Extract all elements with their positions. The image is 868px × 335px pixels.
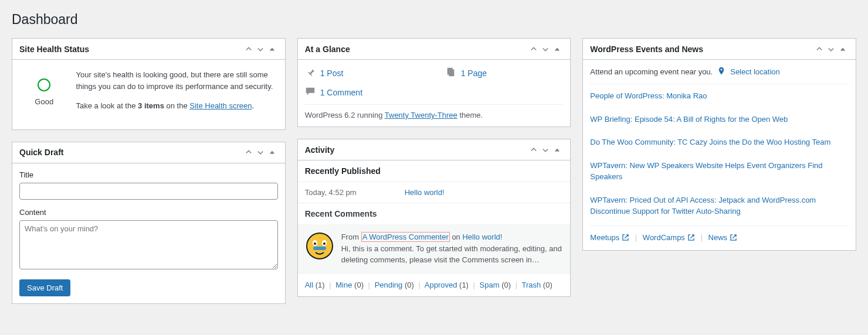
commenter-link[interactable]: A WordPress Commenter: [361, 232, 450, 242]
wapuu-avatar-icon: [305, 231, 334, 261]
widget-title: Site Health Status: [19, 45, 243, 54]
news-list: People of WordPress: Monika Rao WP Brief…: [590, 84, 849, 223]
move-down-icon[interactable]: [825, 43, 837, 55]
comment-item: From A WordPress Commenter on Hello worl…: [298, 224, 571, 273]
comments-link[interactable]: 1 Comment: [320, 88, 362, 97]
text: From: [341, 233, 361, 241]
news-link[interactable]: People of WordPress: Monika Rao: [590, 91, 707, 100]
wordcamps-link[interactable]: WordCamps: [643, 233, 695, 242]
select-location-link[interactable]: Select location: [730, 67, 780, 76]
filter-trash[interactable]: Trash: [521, 281, 541, 289]
text: on the: [164, 101, 189, 110]
move-up-icon[interactable]: [243, 146, 255, 158]
site-health-text: Your site's health is looking good, but …: [76, 69, 276, 120]
svg-rect-8: [313, 247, 326, 250]
widget-quick-draft: Quick Draft Title Content Save Draft: [12, 142, 286, 304]
widget-site-health: Site Health Status Good Your site's heal…: [12, 38, 286, 130]
attend-text: Attend an upcoming event near you.: [590, 67, 713, 76]
count: (0): [543, 281, 552, 289]
status-circle-icon: [38, 78, 50, 91]
external-link-icon: [687, 234, 695, 243]
move-down-icon[interactable]: [255, 146, 266, 158]
avatar: [305, 231, 334, 266]
attend-line: Attend an upcoming event near you. Selec…: [590, 67, 849, 77]
move-down-icon[interactable]: [255, 43, 266, 55]
save-draft-button[interactable]: Save Draft: [19, 279, 70, 296]
move-up-icon[interactable]: [528, 144, 540, 156]
move-down-icon[interactable]: [540, 43, 551, 55]
widget-news: WordPress Events and News Attend an upco…: [582, 38, 856, 251]
move-down-icon[interactable]: [540, 144, 551, 156]
title-input[interactable]: [19, 183, 278, 200]
svg-rect-1: [449, 70, 454, 77]
filter-all[interactable]: All: [305, 281, 313, 289]
text: theme.: [457, 111, 483, 119]
filter-approved[interactable]: Approved: [425, 281, 457, 289]
external-link-icon: [622, 234, 629, 243]
posts-link[interactable]: 1 Post: [320, 69, 344, 78]
count: (1): [316, 281, 325, 289]
glance-grid: 1 Post 1 Page 1 Comment: [305, 67, 564, 98]
separator: |: [418, 281, 420, 289]
widget-header: Activity: [298, 139, 571, 160]
pages-link[interactable]: 1 Page: [461, 69, 487, 78]
toggle-icon[interactable]: [266, 146, 278, 158]
move-up-icon[interactable]: [813, 43, 825, 55]
quick-draft-body: Title Content Save Draft: [12, 163, 285, 303]
news-link[interactable]: WPTavern: Priced Out of API Access: Jetp…: [590, 196, 816, 216]
column-3: WordPress Events and News Attend an upco…: [582, 38, 856, 304]
meetups-link[interactable]: Meetups: [590, 233, 629, 242]
separator: |: [701, 233, 703, 242]
dashboard-columns: Site Health Status Good Your site's heal…: [12, 38, 856, 304]
widget-title: At a Glance: [305, 45, 528, 54]
toggle-icon[interactable]: [837, 43, 849, 55]
count: (1): [459, 281, 469, 289]
site-health-indicator: Good: [22, 69, 67, 120]
site-health-screen-link[interactable]: Site Health screen: [189, 101, 252, 110]
separator: |: [329, 281, 331, 289]
move-up-icon[interactable]: [243, 43, 255, 55]
text: WordPress 6.2 running: [305, 111, 385, 119]
news-footer: Meetups | WordCamps | News: [590, 225, 849, 243]
page-icon: [446, 67, 456, 79]
widget-title: WordPress Events and News: [590, 45, 813, 54]
theme-link[interactable]: Twenty Twenty-Three: [385, 111, 457, 119]
text: .: [252, 101, 254, 110]
recent-comments-heading: Recent Comments: [298, 203, 571, 224]
filter-mine[interactable]: Mine: [335, 281, 352, 289]
count: (0): [354, 281, 364, 289]
recently-published-heading: Recently Published: [298, 160, 571, 182]
comment-icon: [305, 86, 316, 98]
separator: |: [368, 281, 370, 289]
comment-text: From A WordPress Commenter on Hello worl…: [341, 231, 564, 266]
filter-pending[interactable]: Pending: [375, 281, 403, 289]
toggle-icon[interactable]: [551, 144, 563, 156]
glance-posts: 1 Post: [305, 67, 422, 79]
comment-post-link[interactable]: Hello world!: [462, 233, 502, 241]
filter-spam[interactable]: Spam: [480, 281, 500, 289]
publish-time: Today, 4:52 pm: [305, 188, 381, 197]
news-item: Do The Woo Community: TC Cazy Joins the …: [590, 131, 849, 154]
news-ext-link[interactable]: News: [708, 233, 738, 242]
toggle-icon[interactable]: [551, 43, 563, 55]
activity-row: Today, 4:52 pm Hello world!: [298, 182, 571, 203]
toggle-icon[interactable]: [266, 43, 278, 55]
news-item: WP Briefing: Episode 54: A Bill of Right…: [590, 108, 849, 131]
status-label: Good: [22, 97, 67, 106]
news-link[interactable]: Do The Woo Community: TC Cazy Joins the …: [590, 138, 830, 146]
news-item: WPTavern: New WP Speakers Website Helps …: [590, 154, 849, 189]
title-label: Title: [19, 170, 278, 179]
comment-body: Hi, this is a comment. To get started wi…: [341, 243, 564, 266]
widget-at-a-glance: At a Glance 1 Post 1 Page: [297, 38, 571, 127]
news-link[interactable]: WPTavern: New WP Speakers Website Helps …: [590, 161, 822, 182]
news-body: Attend an upcoming event near you. Selec…: [583, 60, 856, 250]
post-link[interactable]: Hello world!: [405, 188, 445, 197]
move-up-icon[interactable]: [528, 43, 540, 55]
site-health-para2: Take a look at the 3 items on the Site H…: [76, 100, 276, 112]
news-link[interactable]: WP Briefing: Episode 54: A Bill of Right…: [590, 115, 788, 124]
widget-header: WordPress Events and News: [583, 39, 856, 60]
glance-body: 1 Post 1 Page 1 Comment WordPress 6.2 ru…: [298, 60, 571, 127]
content-textarea[interactable]: [19, 220, 278, 269]
content-label: Content: [19, 208, 278, 217]
glance-pages: 1 Page: [446, 67, 563, 79]
